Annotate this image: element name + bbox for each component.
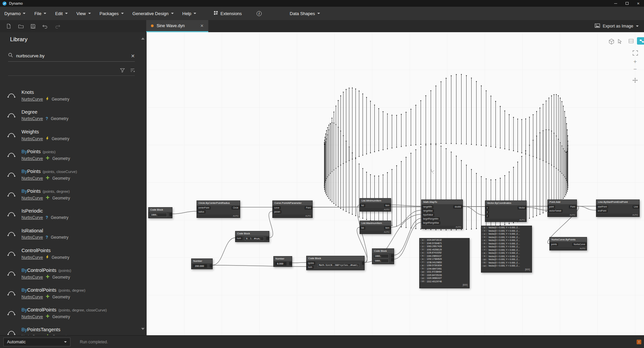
library-item-weights[interactable]: WeightsNurbsCurveGeometry [0,127,142,147]
code-line[interactable]: Math.Sin(0..360*cycles..#num); [318,263,360,267]
maximize-button[interactable] [621,0,633,7]
node-number200[interactable]: Number200.000 [191,258,213,269]
node-nurbs[interactable]: NurbsCurve.ByPointspointsNurbsCurveAUTO [549,237,587,250]
detail-view-icon[interactable] [130,68,135,74]
input-port-rangeMin[interactable]: rangeMin [422,205,433,209]
select-geometry-button[interactable] [616,38,624,45]
node-listmax[interactable]: List.MaximumItemlistitemAUTO [360,221,391,234]
tab-close-icon[interactable]: ✕ [193,23,204,28]
scroll-down-icon[interactable] [141,328,145,330]
search-input[interactable] [16,53,128,58]
menu-item-extensions[interactable]: Extensions [209,7,246,20]
zoom-in-button[interactable]: + [634,59,637,64]
output-port-0[interactable] [391,254,394,257]
input-port-radius[interactable]: radius [197,210,206,214]
menu-item-dynamo[interactable]: Dynamo [0,7,30,20]
node-codeblock2[interactable]: Code Blocknum0..1..#num; [235,231,269,242]
node-mapto[interactable]: Math.MapTorangeMinrangeMaxinputValuetarg… [421,199,463,229]
output-port-NurbsCurve[interactable]: NurbsCurve [572,243,587,246]
number-value[interactable]: 200.000 [193,264,207,268]
export-as-image-button[interactable]: Export as Image [589,20,644,32]
input-port-x[interactable]: x [485,206,489,210]
input-port-centerPoint[interactable]: centerPoint [197,206,211,210]
input-port-point[interactable]: point [548,205,555,209]
input-port-inputValue[interactable]: inputValue [422,213,434,217]
menu-item-edit[interactable]: Edit [51,7,72,20]
number-value[interactable]: 6.000 [275,262,286,266]
library-item-bypoints[interactable]: ByPoints(points)NurbsCurveGeometry [0,147,142,167]
node-line[interactable]: Line.ByStartPointEndPointstartPointendPo… [596,199,640,217]
output-port-Point[interactable]: Point [305,206,312,210]
code-line[interactable]: 1000; [150,213,167,217]
node-codeblock3[interactable]: Code BlockcyclesnumMath.Sin(0..360*cycle… [306,256,365,270]
node-listmin[interactable]: List.MinimumItemlistitemAUTO [360,198,391,212]
redo-button[interactable] [54,23,61,29]
library-item-bypoints[interactable]: ByPoints(points, closeCurve)NurbsCurveGe… [0,167,142,187]
node-codeblock1[interactable]: Code Block1000; [148,207,172,218]
node-vector[interactable]: Vector.ByCoordinatesxyzVectorAUTO [485,200,527,222]
input-port-vectorToAdd[interactable]: vectorToAdd [548,209,562,213]
isolate-geometry-button[interactable] [608,38,615,45]
graph-canvas[interactable]: Code Block1000;Circle.ByCenterPointRadiu… [146,32,644,335]
input-port-rangeMax[interactable]: rangeMax [422,209,434,213]
input-port-cycles[interactable]: cycles [307,262,315,265]
watch-vectors-preview[interactable]: 0Vector(X = 0.000, Y = 0.000, Z…1Vector(… [481,226,532,273]
output-port-Circle[interactable]: Circle [231,206,240,210]
library-item-bypointstangents[interactable]: ByPointsTangentsNurbsCurveGeometry [0,325,142,335]
graph-view-toggle[interactable] [626,37,636,45]
library-item-isrational[interactable]: IsRationalNurbsCurve?Geometry [0,226,142,246]
clear-search-icon[interactable]: ✕ [131,53,135,59]
library-item-isperiodic[interactable]: IsPeriodicNurbsCurve?Geometry [0,207,142,226]
output-port-double[interactable]: double [453,205,463,209]
output-port-0[interactable] [266,237,269,240]
code-line[interactable]: 1000; [373,254,389,258]
tab-sine-wave[interactable]: Sine Wave.dyn ✕ [146,20,208,32]
menu-item-data-shapes[interactable]: Data Shapes [285,7,324,20]
library-item-degree[interactable]: DegreeNurbsCurve?Geometry [0,108,142,127]
input-port-num[interactable]: num [307,266,314,269]
output-port-Vector[interactable]: Vector [518,206,526,210]
library-item-bypoints[interactable]: ByPoints(points, degree)NurbsCurveGeomet… [0,187,142,207]
run-mode-select[interactable]: Automatic [3,338,70,346]
node-pointadd[interactable]: Point.AddpointvectorToAddPointAUTO [547,199,577,217]
code-line[interactable]: 0..1..#num; [245,237,264,241]
input-port-curve[interactable]: curve [273,206,281,210]
input-port-list[interactable]: list [360,204,365,207]
library-item-knots[interactable]: KnotsNurbsCurveGeometry [0,88,142,108]
input-port-endPoint[interactable]: endPoint [596,209,608,213]
node-number6[interactable]: Number6.000 [273,256,292,267]
close-button[interactable]: ✕ [633,0,644,7]
code-line[interactable]: 5000; [373,259,389,263]
menu-item-info[interactable]: i [252,7,266,20]
node-curve[interactable]: Curve.PointAtParametercurveparamPointAUT… [272,200,313,218]
scroll-up-icon[interactable] [141,38,145,40]
filter-funnel-icon[interactable] [120,68,125,74]
info-icon[interactable]: i [257,11,262,16]
menu-item-generative-design[interactable]: Generative Design [128,7,178,20]
input-port-y[interactable]: y [485,210,489,214]
output-port-item[interactable]: item [384,204,391,207]
library-item-controlpoints[interactable]: ControlPointsNurbsCurveGeometry [0,246,142,266]
menu-item-file[interactable]: File [30,7,51,20]
output-port-item[interactable]: item [384,226,391,230]
library-item-bycontrolpoints[interactable]: ByControlPoints(points, degree)NurbsCurv… [0,286,142,305]
library-item-bycontrolpoints[interactable]: ByControlPoints(points, degree, closeCur… [0,305,142,325]
notification-icon[interactable]: ! [637,340,641,344]
node-codeblock4[interactable]: Code Block1000;5000; [372,248,394,264]
watch-list-preview[interactable]: 01024.8471813211040.5726487121063.295174… [419,238,470,288]
input-port-startPoint[interactable]: startPoint [596,205,608,209]
output-port-0[interactable] [169,213,172,216]
menu-item-help[interactable]: Help [178,7,201,20]
output-port-Point[interactable]: Point [569,205,577,209]
input-port-param[interactable]: param [273,210,281,214]
menu-item-view[interactable]: View [72,7,95,20]
menu-item-packages[interactable]: Packages [95,7,128,20]
geometry-view-toggle[interactable] [637,37,644,45]
input-port-z[interactable]: z [485,214,489,218]
output-port-0[interactable] [289,262,292,265]
input-port-num[interactable]: num [235,237,243,240]
save-button[interactable] [30,23,36,30]
input-port-targetRangeMax[interactable]: targetRangeMax [422,221,440,225]
output-port-1[interactable] [391,258,394,262]
zoom-out-button[interactable]: − [634,67,637,72]
